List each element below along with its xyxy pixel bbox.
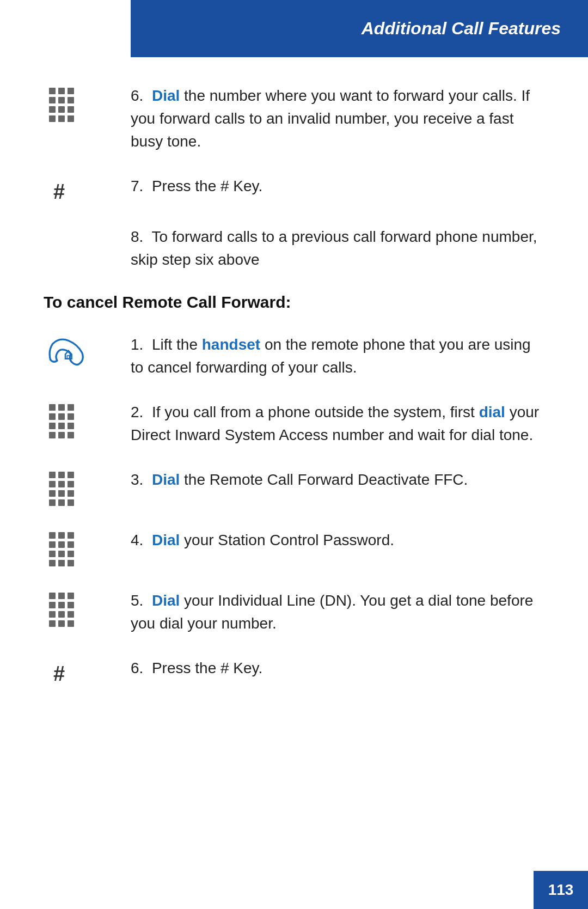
hash-icon-c6: # [44,660,65,686]
step-text-cancel-1: 1. Lift the handset on the remote phone … [131,333,544,379]
icon-col-keypad-c2 [44,401,131,440]
header-title: Additional Call Features [362,19,561,39]
step-row-cancel-5: 5. Dial your Individual Line (DN). You g… [44,589,544,635]
step-row-cancel-6: # 6. Press the # Key. [44,657,544,686]
icon-col-hash-7: # [44,175,131,204]
header-bar: Additional Call Features [131,0,588,57]
icon-col-keypad-c4 [44,529,131,568]
phone-handset-icon [44,337,98,373]
page-number: 113 [548,881,574,899]
step-text-top-6: 6. Dial the number where you want to for… [131,84,544,153]
section-heading-cancel: To cancel Remote Call Forward: [44,293,544,312]
step-row-cancel-4: 4. Dial your Station Control Password. [44,529,544,568]
bold-dial-6top: Dial [152,87,180,104]
keypad-icon [44,88,75,123]
page-number-box: 113 [534,871,588,909]
bold-dial-c2: dial [479,404,505,420]
icon-col-keypad-6 [44,84,131,123]
step-text-cancel-3: 3. Dial the Remote Call Forward Deactiva… [131,468,544,491]
step-text-top-8: 8. To forward calls to a previous call f… [131,225,544,271]
step-text-cancel-2: 2. If you call from a phone outside the … [131,401,544,447]
keypad-icon-c4 [44,532,75,568]
step-text-top-7: 7. Press the # Key. [131,175,544,198]
step-row-top-6: 6. Dial the number where you want to for… [44,84,544,153]
icon-col-hash-c6: # [44,657,131,686]
bold-handset-1: handset [202,336,260,353]
icon-col-phone-1 [44,333,131,373]
hash-icon-7: # [44,178,65,204]
keypad-icon-c3 [44,472,75,507]
icon-col-keypad-c3 [44,468,131,507]
step-row-top-7: # 7. Press the # Key. [44,175,544,204]
icon-col-empty-8 [44,225,131,229]
step-text-cancel-5: 5. Dial your Individual Line (DN). You g… [131,589,544,635]
main-content: 6. Dial the number where you want to for… [0,57,588,865]
bold-dial-c4: Dial [152,532,180,548]
step-text-cancel-6: 6. Press the # Key. [131,657,544,680]
step-row-cancel-2: 2. If you call from a phone outside the … [44,401,544,447]
step-row-top-8: 8. To forward calls to a previous call f… [44,225,544,271]
step-row-cancel-3: 3. Dial the Remote Call Forward Deactiva… [44,468,544,507]
step-text-cancel-4: 4. Dial your Station Control Password. [131,529,544,552]
bold-dial-c5: Dial [152,592,180,609]
bold-dial-c3: Dial [152,471,180,488]
keypad-icon-c2 [44,404,75,440]
icon-col-keypad-c5 [44,589,131,628]
keypad-icon-c5 [44,593,75,628]
step-row-cancel-1: 1. Lift the handset on the remote phone … [44,333,544,379]
